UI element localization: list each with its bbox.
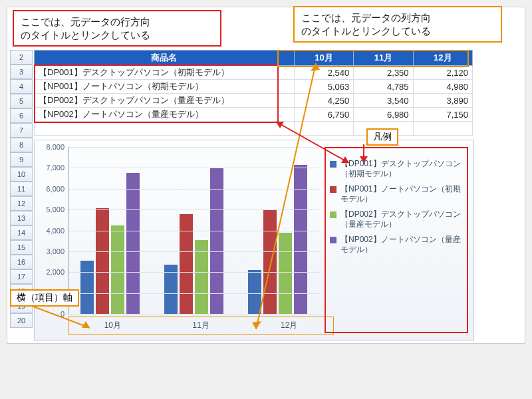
cell-value[interactable]: 4,785 bbox=[354, 80, 413, 94]
x-tick-label: 10月 bbox=[68, 317, 157, 334]
cell-value[interactable]: 6,750 bbox=[294, 108, 353, 122]
legend-swatch bbox=[330, 161, 336, 168]
cell-value[interactable]: 5,063 bbox=[294, 80, 353, 94]
callout-col-link: ここでは、元データの列方向 のタイトルとリンクしている bbox=[293, 6, 502, 43]
row-header[interactable]: 2 bbox=[10, 50, 33, 65]
cell-value[interactable]: 3,540 bbox=[354, 94, 413, 108]
row-header[interactable]: 3 bbox=[10, 65, 33, 79]
cell-value[interactable]: 6,980 bbox=[354, 108, 413, 122]
x-tick-label: 12月 bbox=[245, 317, 333, 334]
chart[interactable]: 01,0002,0003,0004,0005,0006,0007,0008,00… bbox=[34, 140, 474, 340]
row-header[interactable]: 15 bbox=[10, 240, 33, 255]
cell-value[interactable]: 4,250 bbox=[294, 94, 353, 108]
legend-text: 【DP001】デスクトップパソコン（初期モデル） bbox=[340, 159, 463, 179]
cell-value[interactable]: 4,980 bbox=[413, 80, 472, 94]
legend-swatch bbox=[330, 186, 336, 193]
bar[interactable] bbox=[96, 208, 109, 314]
bar[interactable] bbox=[294, 165, 307, 314]
bar[interactable] bbox=[210, 168, 223, 314]
y-tick-label: 3,000 bbox=[38, 247, 65, 255]
bar[interactable] bbox=[111, 225, 124, 314]
table-row: 【NP001】ノートパソコン（初期モデル）5,0634,7854,980 bbox=[35, 80, 473, 94]
row-header[interactable]: 13 bbox=[10, 211, 33, 225]
cell-product-name[interactable]: 【NP001】ノートパソコン（初期モデル） bbox=[35, 80, 295, 94]
row-header[interactable]: 12 bbox=[10, 196, 33, 211]
legend-swatch bbox=[330, 237, 336, 243]
legend-text: 【DP002】デスクトップパソコン（量産モデル） bbox=[340, 209, 463, 229]
legend-item[interactable]: 【DP002】デスクトップパソコン（量産モデル） bbox=[330, 209, 463, 229]
bar[interactable] bbox=[279, 233, 292, 314]
worksheet: 234567891011121314151617181920 商品名 10月 1… bbox=[10, 50, 522, 340]
legend-text: 【NP002】ノートパソコン（量産モデル） bbox=[340, 235, 463, 255]
cell-value[interactable]: 2,120 bbox=[413, 66, 472, 80]
y-tick-label: 6,000 bbox=[38, 185, 65, 193]
cell-value[interactable]: 7,150 bbox=[413, 108, 472, 122]
col-month-3[interactable]: 12月 bbox=[413, 51, 472, 66]
row-header[interactable]: 6 bbox=[10, 108, 33, 123]
y-tick-label: 4,000 bbox=[38, 227, 65, 235]
col-month-2[interactable]: 11月 bbox=[354, 51, 413, 66]
legend-swatch bbox=[330, 211, 336, 218]
table-row: 【DP001】デスクトップパソコン（初期モデル）2,5402,3502,120 bbox=[35, 66, 473, 80]
bar[interactable] bbox=[263, 210, 277, 314]
row-header[interactable]: 4 bbox=[10, 79, 33, 94]
row-header[interactable]: 7 bbox=[10, 123, 33, 138]
row-header[interactable]: 8 bbox=[10, 138, 33, 152]
y-tick-label: 8,000 bbox=[38, 143, 65, 151]
row-header[interactable]: 20 bbox=[10, 313, 33, 328]
y-tick-label: 7,000 bbox=[38, 164, 65, 172]
row-header[interactable]: 5 bbox=[10, 94, 33, 108]
legend-text: 【NP001】ノートパソコン（初期モデル） bbox=[340, 184, 463, 204]
row-header[interactable]: 16 bbox=[10, 255, 33, 269]
cell-value[interactable]: 3,890 bbox=[413, 94, 472, 108]
row-header[interactable]: 11 bbox=[10, 182, 33, 196]
cell-value[interactable]: 2,540 bbox=[294, 66, 353, 80]
cell-empty[interactable] bbox=[35, 122, 295, 136]
legend-item[interactable]: 【NP002】ノートパソコン（量産モデル） bbox=[330, 235, 463, 255]
x-tick-label: 11月 bbox=[157, 317, 245, 334]
chart-plot-area: 01,0002,0003,0004,0005,0006,0007,0008,00… bbox=[68, 147, 319, 315]
bar[interactable] bbox=[180, 214, 193, 314]
table-row: 【DP002】デスクトップパソコン（量産モデル）4,2503,5403,890 bbox=[35, 94, 473, 108]
row-header[interactable]: 10 bbox=[10, 167, 33, 182]
cell-product-name[interactable]: 【DP002】デスクトップパソコン（量産モデル） bbox=[35, 94, 295, 108]
cell-product-name[interactable]: 【DP001】デスクトップパソコン（初期モデル） bbox=[35, 66, 295, 80]
row-header[interactable]: 17 bbox=[10, 269, 33, 284]
cell-product-name[interactable]: 【NP002】ノートパソコン（量産モデル） bbox=[35, 108, 295, 122]
col-product-name[interactable]: 商品名 bbox=[35, 51, 295, 66]
col-month-1[interactable]: 10月 bbox=[294, 51, 353, 66]
y-tick-label: 2,000 bbox=[38, 268, 65, 276]
table-row-empty bbox=[35, 122, 473, 136]
data-table: 商品名 10月 11月 12月 【DP001】デスクトップパソコン（初期モデル）… bbox=[34, 50, 473, 136]
y-tick-label: 0 bbox=[38, 310, 65, 318]
row-headers: 234567891011121314151617181920 bbox=[10, 50, 33, 328]
row-header[interactable]: 14 bbox=[10, 225, 33, 240]
xaxis-label-callout: 横（項目）軸 bbox=[10, 289, 79, 307]
callout-row-link: ここでは、元データの行方向 のタイトルとリンクしている bbox=[13, 10, 221, 47]
legend-label-callout: 凡例 bbox=[366, 128, 398, 146]
y-tick-label: 5,000 bbox=[38, 205, 65, 213]
cell-empty[interactable] bbox=[413, 122, 472, 136]
cell-value[interactable]: 2,350 bbox=[354, 66, 413, 80]
bar[interactable] bbox=[248, 270, 261, 315]
legend-item[interactable]: 【DP001】デスクトップパソコン（初期モデル） bbox=[330, 159, 463, 179]
container: ここでは、元データの行方向 のタイトルとリンクしている ここでは、元データの列方… bbox=[7, 7, 525, 344]
chart-x-axis: 10月11月12月 bbox=[68, 317, 334, 334]
grid-body: 商品名 10月 11月 12月 【DP001】デスクトップパソコン（初期モデル）… bbox=[34, 50, 522, 136]
bar[interactable] bbox=[80, 261, 94, 314]
table-row: 【NP002】ノートパソコン（量産モデル）6,7506,9807,150 bbox=[35, 108, 473, 122]
row-header[interactable]: 9 bbox=[10, 152, 33, 167]
cell-empty[interactable] bbox=[294, 122, 353, 136]
table-header-row: 商品名 10月 11月 12月 bbox=[35, 51, 473, 66]
legend-item[interactable]: 【NP001】ノートパソコン（初期モデル） bbox=[330, 184, 463, 204]
chart-legend: 【DP001】デスクトップパソコン（初期モデル）【NP001】ノートパソコン（初… bbox=[325, 147, 468, 333]
